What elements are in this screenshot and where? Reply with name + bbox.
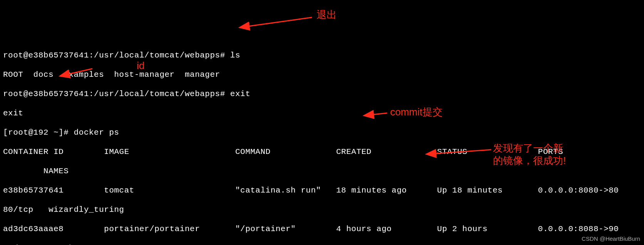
- terminal-line: ROOT docs examples host-manager manager: [3, 70, 641, 79]
- terminal-line: [root@192 ~]# docker ps: [3, 128, 641, 137]
- docker-ps-row: 00/tcp cranky_sammet: [3, 243, 641, 245]
- docker-ps-row: e38b65737641 tomcat "catalina.sh run" 18…: [3, 186, 641, 195]
- docker-ps-row: 80/tcp wizardly_turing: [3, 205, 641, 215]
- svg-line-1: [248, 17, 312, 26]
- annotation-id: id: [137, 61, 144, 71]
- docker-ps-header: CONTAINER ID IMAGE COMMAND CREATED STATU…: [3, 147, 641, 157]
- annotation-exit: 退出: [317, 10, 337, 20]
- docker-ps-names-header: NAMES: [3, 166, 641, 176]
- terminal-line: root@e38b65737641:/usr/local/tomcat/weba…: [3, 89, 641, 99]
- terminal-line: exit: [3, 108, 641, 118]
- docker-ps-row: ad3dc63aaae8 portainer/portainer "/porta…: [3, 224, 641, 234]
- terminal-line: root@e38b65737641:/usr/local/tomcat/weba…: [3, 51, 641, 60]
- watermark: CSDN @HeartBiuBurn: [582, 234, 640, 243]
